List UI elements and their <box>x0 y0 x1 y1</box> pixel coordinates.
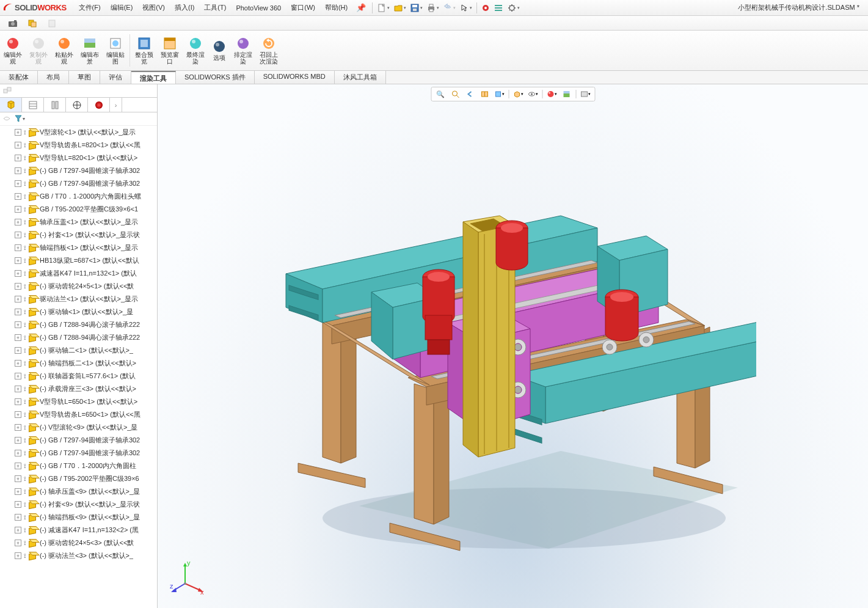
tree-item[interactable]: +⟟V型导轨齿条L=820<1> (默认<<黑 <box>0 139 157 152</box>
zoom-area-icon[interactable] <box>450 89 461 100</box>
expand-icon[interactable]: + <box>15 296 21 302</box>
expand-icon[interactable]: + <box>15 244 21 251</box>
tab-feature-tree[interactable] <box>0 98 22 112</box>
tab-appearance[interactable] <box>88 98 110 112</box>
view-triad[interactable]: y x z <box>170 559 206 596</box>
tree-item[interactable]: +⟟(-) GB / T297-94圆锥滚子轴承302 <box>0 434 157 447</box>
menu-view[interactable]: 视图(V) <box>137 1 170 15</box>
rebuild-button[interactable] <box>480 2 492 13</box>
feature-tree[interactable]: +⟟V型滚轮<1> (默认<<默认>_显示+⟟V型导轨齿条L=820<1> (默… <box>0 126 157 608</box>
tree-item[interactable]: +⟟(-) GB / T297-94圆锥滚子轴承302 <box>0 447 157 460</box>
ribbon-recall[interactable]: 召回上 次渲染 <box>256 31 282 70</box>
expand-icon[interactable]: + <box>15 321 21 328</box>
expand-icon[interactable]: + <box>15 283 21 290</box>
section-icon[interactable] <box>479 89 490 100</box>
scene-icon[interactable] <box>561 89 572 100</box>
tree-item[interactable]: +⟟(-) GB / T95-2002平垫圈C级39×6 <box>0 472 157 485</box>
viewport-3d[interactable]: 🔍 ▾ ▾ ▾ ▾ ▾ <box>158 84 868 608</box>
tree-item[interactable]: +⟟驱动法兰<1> (默认<<默认>_显示 <box>0 293 157 306</box>
menu-edit[interactable]: 编辑(E) <box>106 1 138 15</box>
tree-item[interactable]: +⟟(-) GB / T70．1-2000内六角圆柱 <box>0 460 157 472</box>
expand-icon[interactable]: + <box>15 373 21 379</box>
tree-item[interactable]: +⟟(-) 承载滑座三<3> (默认<<默认> <box>0 383 157 395</box>
save-button[interactable]: ▾ <box>408 2 425 14</box>
expand-icon[interactable]: + <box>15 309 21 315</box>
render-settings-icon[interactable]: ▾ <box>580 89 591 100</box>
tree-item[interactable]: +⟟(-) GB / T288-94调心滚子轴承222 <box>0 318 157 331</box>
menu-help[interactable]: 帮助(H) <box>320 1 352 15</box>
expand-icon[interactable]: + <box>15 232 21 238</box>
expand-icon[interactable]: + <box>15 386 21 392</box>
tree-item[interactable]: +⟟V型滚轮<1> (默认<<默认>_显示 <box>0 126 157 139</box>
tree-item[interactable]: +⟟(-) 衬套<1> (默认<<默认>_显示状 <box>0 229 157 241</box>
tree-item[interactable]: +⟟(-) 驱动法兰<3> (默认<<默认>_ <box>0 549 157 562</box>
tree-item[interactable]: +⟟(-) 轴端挡板<9> (默认<<默认>_显 <box>0 511 157 524</box>
assembly-icon[interactable] <box>2 86 12 97</box>
new-doc-button[interactable]: ▾ <box>375 2 392 14</box>
expand-icon[interactable]: + <box>15 514 21 521</box>
tree-item[interactable]: +⟟V型导轨L=820<1> (默认<<默认> <box>0 152 157 164</box>
tree-item[interactable]: +⟟(-) GB / T297-94圆锥滚子轴承302 <box>0 164 157 177</box>
ribbon-sphere-red[interactable]: 编辑外 观 <box>0 31 26 70</box>
tree-item[interactable]: +⟟(-) V型滚轮<9> (默认<<默认>_显 <box>0 421 157 434</box>
expand-icon[interactable]: + <box>15 463 21 469</box>
tree-item[interactable]: +⟟HB13纵梁L=687<1> (默认<<默认 <box>0 254 157 267</box>
menu-window[interactable]: 窗口(W) <box>286 1 320 15</box>
tab-2[interactable]: 草图 <box>69 71 100 84</box>
expand-icon[interactable]: + <box>15 475 21 482</box>
expand-icon[interactable]: + <box>15 193 21 200</box>
tree-item[interactable]: +⟟GB / T95-2002平垫圈C级39×6<1 <box>0 203 157 216</box>
tree-item[interactable]: +⟟(-) 驱动轴<1> (默认<<默认>_显 <box>0 306 157 318</box>
prev-view-icon[interactable] <box>464 89 475 100</box>
settings-button[interactable]: ▾ <box>505 2 522 14</box>
expand-icon[interactable]: + <box>15 424 21 431</box>
copy-icon[interactable] <box>26 18 39 29</box>
tree-item[interactable]: +⟟减速器K47 I=11,n=132<1> (默认 <box>0 267 157 280</box>
tree-item[interactable]: +⟟V型导轨L=650<1> (默认<<默认> <box>0 395 157 408</box>
ribbon-decal[interactable]: 编辑贴 图 <box>103 31 128 70</box>
tree-item[interactable]: +⟟(-) 驱动齿轮24×5<1> (默认<<默 <box>0 280 157 293</box>
menu-photoview[interactable]: PhotoView 360 <box>231 2 286 14</box>
open-doc-button[interactable]: ▾ <box>392 2 408 14</box>
tree-item[interactable]: +⟟(-) 驱动齿轮24×5<3> (默认<<默 <box>0 537 157 549</box>
tree-item[interactable]: +⟟(-) 减速器K47 I=11,n=132<2> (黑 <box>0 524 157 537</box>
expand-icon[interactable]: + <box>15 129 21 136</box>
ribbon-sphere-cyan[interactable]: 最终渲 染 <box>183 31 208 70</box>
tab-1[interactable]: 布局 <box>38 71 69 84</box>
tree-item[interactable]: +⟟GB / T70．1-2000内六角圆柱头螺 <box>0 190 157 203</box>
tree-item[interactable]: +⟟(-) GB / T288-94调心滚子轴承222 <box>0 331 157 344</box>
tree-item[interactable]: +⟟(-) 轴承压盖<9> (默认<<默认>_显 <box>0 485 157 498</box>
filter-drop-icon[interactable]: ▾ <box>23 116 25 122</box>
display-style-icon[interactable]: ▾ <box>512 89 523 100</box>
paste-icon[interactable] <box>45 18 59 29</box>
pin-icon[interactable]: 📌 <box>356 3 366 12</box>
tab-3[interactable]: 评估 <box>100 71 131 84</box>
appearance-icon[interactable]: ▾ <box>546 89 557 100</box>
tab-dim[interactable] <box>66 98 88 112</box>
ribbon-sphere-orange[interactable]: 粘贴外 观 <box>51 31 77 70</box>
zoom-fit-icon[interactable]: 🔍 <box>435 89 446 100</box>
expand-icon[interactable]: + <box>15 155 21 161</box>
tree-item[interactable]: +⟟V型导轨齿条L=650<1> (默认<<黑 <box>0 408 157 421</box>
expand-icon[interactable]: + <box>15 270 21 277</box>
expand-icon[interactable]: + <box>15 206 21 213</box>
tree-item[interactable]: +⟟(-) 衬套<9> (默认<<默认>_显示状 <box>0 498 157 511</box>
menu-insert[interactable]: 插入(I) <box>170 1 199 15</box>
tab-more[interactable]: › <box>110 98 122 112</box>
expand-icon[interactable]: + <box>15 167 21 174</box>
tab-5[interactable]: SOLIDWORKS 插件 <box>176 71 255 84</box>
ribbon-preview-blue[interactable]: 整合预 览 <box>131 31 157 70</box>
camera-icon[interactable] <box>6 18 20 29</box>
tab-config[interactable] <box>44 98 66 112</box>
options-button[interactable] <box>492 2 505 14</box>
tab-0[interactable]: 装配体 <box>0 71 38 84</box>
tree-item[interactable]: +⟟轴承压盖<1> (默认<<默认>_显示 <box>0 216 157 229</box>
expand-icon[interactable]: + <box>15 488 21 495</box>
expand-icon[interactable]: + <box>15 334 21 341</box>
expand-icon[interactable]: + <box>15 180 21 187</box>
expand-icon[interactable]: + <box>15 501 21 508</box>
ribbon-sphere-purple[interactable]: 排定渲 染 <box>230 31 256 70</box>
tab-4[interactable]: 渲染工具 <box>131 71 176 84</box>
menu-file[interactable]: 文件(F) <box>74 1 106 15</box>
print-button[interactable]: ▾ <box>425 2 441 14</box>
